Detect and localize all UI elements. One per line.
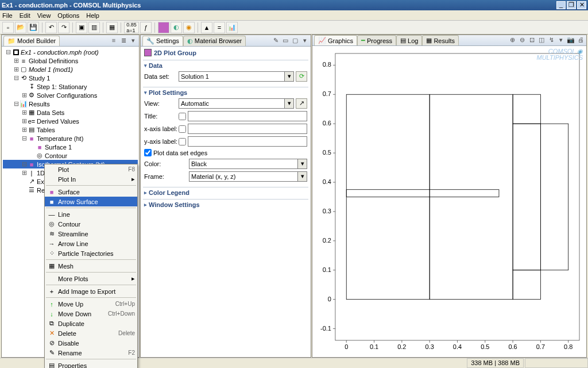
chevron-down-icon[interactable]: ▾ — [301, 37, 309, 45]
print-icon[interactable]: 🖨 — [577, 36, 585, 44]
plot-canvas[interactable]: COMSOL ◉ MULTIPHYSICS 00.10.20.30.40.50.… — [312, 46, 586, 357]
min-panel-icon[interactable]: ▭ — [281, 37, 289, 45]
color-select[interactable]: Black — [189, 159, 298, 169]
context-menu-item[interactable]: ⁘Particle Trajectories — [45, 248, 137, 258]
tab-graphics[interactable]: 📈Graphics — [314, 35, 357, 45]
context-menu-item[interactable]: +Add Image to Export — [45, 286, 137, 296]
tree-item[interactable]: ⊞▦Data Sets — [3, 108, 138, 117]
physics-icon[interactable]: ◉ — [183, 22, 195, 33]
dropdown-icon[interactable]: ▾ — [285, 71, 294, 82]
parameters-icon[interactable]: 0.85a=1 — [124, 22, 139, 33]
variables-icon[interactable]: ƒ — [140, 22, 152, 33]
context-menu-item[interactable]: Plot In▸ — [45, 174, 137, 184]
plot-edges-checkbox[interactable] — [144, 149, 152, 156]
menu-view[interactable]: View — [37, 12, 51, 19]
expand-icon[interactable]: ≡ — [110, 37, 118, 45]
tree-item[interactable]: ⊟⟲Study 1 — [3, 74, 138, 82]
context-menu-item[interactable]: ◎Contour — [45, 219, 137, 229]
title-input[interactable] — [188, 111, 307, 121]
menu-help[interactable]: Help — [86, 12, 99, 19]
zoom-out-icon[interactable]: ⊖ — [518, 36, 526, 44]
context-menu-item[interactable]: —Line — [45, 209, 137, 219]
tree-item[interactable]: ⊟■Temperature (ht) — [3, 134, 138, 143]
save-icon[interactable]: 💾 — [28, 22, 39, 33]
context-menu-item[interactable]: ↓Move DownCtrl+Down — [45, 309, 137, 319]
zoom-in-icon[interactable]: ⊕ — [508, 36, 516, 44]
brush-icon[interactable]: ✎ — [272, 37, 280, 45]
context-menu-item[interactable]: More Plots▸ — [45, 274, 137, 283]
tree-item[interactable]: ◎Contour — [3, 151, 138, 160]
collapse-icon[interactable]: ≣ — [119, 37, 127, 45]
context-menu-item[interactable]: ↑Move UpCtrl+Up — [45, 299, 137, 309]
context-menu-item[interactable]: ≋Streamline — [45, 229, 137, 239]
tree-item[interactable]: ↧Step 1: Stationary — [3, 82, 138, 91]
dropdown-icon[interactable]: ▾ — [298, 159, 307, 169]
context-menu-item[interactable]: →Arrow Line — [45, 239, 137, 248]
dropdown-icon[interactable]: ▾ — [298, 171, 307, 182]
frame-select[interactable]: Material (x, y, z) — [189, 171, 298, 182]
max-panel-icon[interactable]: ▢ — [291, 37, 299, 45]
tree-item[interactable]: ⊟📊Results — [3, 99, 138, 108]
context-menu-item[interactable]: ▦Mesh — [45, 261, 137, 271]
context-menu-item[interactable]: ✕DeleteDelete — [45, 328, 137, 338]
tab-progress[interactable]: ━Progress — [357, 35, 396, 45]
redo-icon[interactable]: ↷ — [58, 22, 69, 33]
snapshot-icon[interactable]: 📷 — [567, 36, 575, 44]
dataset-select[interactable]: Solution 1 — [179, 71, 285, 82]
tree-item[interactable]: ⊞⚙Solver Configurations — [3, 91, 138, 99]
menu-edit[interactable]: Edit — [20, 12, 30, 19]
context-menu-item[interactable]: ■Surface — [45, 187, 137, 197]
materials-icon[interactable]: ◐ — [171, 22, 182, 33]
minimize-button[interactable]: _ — [556, 1, 566, 9]
axes-icon[interactable]: ↯ — [547, 36, 555, 44]
zoom-extents-icon[interactable]: ⊡ — [528, 36, 536, 44]
zoom-select-icon[interactable]: ◫ — [537, 36, 546, 44]
build-icon[interactable]: ▦ — [106, 22, 118, 33]
compute-icon[interactable]: = — [214, 22, 225, 33]
goto-view-icon[interactable]: ↗ — [296, 98, 307, 109]
tab-settings[interactable]: 🔧 Settings — [142, 36, 183, 46]
context-menu-item[interactable]: PlotF8 — [45, 164, 137, 174]
context-menu-item[interactable]: ▤Properties — [45, 361, 137, 368]
plot-settings-header[interactable]: Plot Settings — [144, 89, 307, 96]
tab-results[interactable]: ▦Results — [422, 35, 459, 45]
tree-item[interactable]: ⊞▢Model 1 (mod1) — [3, 65, 138, 74]
yaxis-checkbox[interactable] — [179, 138, 186, 145]
tree-item[interactable]: ⊞e=Derived Values — [3, 117, 138, 125]
close-button[interactable]: ✕ — [577, 1, 586, 9]
context-menu-item[interactable]: ■Arrow Surface — [45, 197, 137, 206]
tree-item[interactable]: ⊞≡Global Definitions — [3, 56, 138, 65]
maximize-button[interactable]: ❐ — [567, 1, 576, 9]
new-icon[interactable]: ▫ — [2, 22, 14, 33]
tree-item[interactable]: ⊟🞐Ex1 - conduction.mph (root) — [3, 48, 138, 56]
context-menu-item[interactable]: ⊘Disable — [45, 338, 137, 348]
xaxis-input[interactable] — [188, 124, 307, 134]
color-legend-header[interactable]: Color Legend — [144, 189, 307, 196]
context-menu-item[interactable]: ⧉Duplicate — [45, 319, 137, 328]
tab-material-browser[interactable]: ◐ Material Browser — [183, 36, 246, 46]
undo-icon[interactable]: ↶ — [45, 22, 57, 33]
xaxis-checkbox[interactable] — [179, 125, 186, 133]
open-icon[interactable]: 📂 — [15, 22, 26, 33]
menu-options[interactable]: Options — [57, 12, 79, 19]
mesh-icon[interactable]: ▲ — [201, 22, 212, 33]
chevron-down-icon[interactable]: ▾ — [557, 36, 565, 44]
dropdown-icon[interactable]: ▾ — [285, 98, 294, 109]
tree-item[interactable]: ■Surface 1 — [3, 143, 138, 151]
results-icon[interactable]: 📊 — [226, 22, 238, 33]
goto-source-icon[interactable]: ⟳ — [296, 71, 307, 82]
model-library-icon[interactable]: ▥ — [88, 22, 100, 33]
plot-group-icon[interactable] — [158, 22, 169, 33]
model-builder-tab[interactable]: 📁 Model Builder — [3, 36, 60, 46]
model-wizard-icon[interactable]: ▣ — [76, 22, 87, 33]
tree-item[interactable]: ⊞▤Tables — [3, 125, 138, 134]
chevron-down-icon[interactable]: ▾ — [129, 37, 137, 45]
context-menu-item[interactable]: ✎RenameF2 — [45, 348, 137, 358]
menu-file[interactable]: File — [2, 12, 13, 19]
title-checkbox[interactable] — [179, 113, 186, 120]
context-menu[interactable]: PlotF8Plot In▸■Surface■Arrow Surface—Lin… — [44, 164, 138, 368]
data-section-header[interactable]: Data — [144, 62, 307, 69]
window-settings-header[interactable]: Window Settings — [144, 201, 307, 208]
yaxis-input[interactable] — [188, 136, 307, 147]
view-select[interactable]: Automatic — [179, 98, 285, 109]
